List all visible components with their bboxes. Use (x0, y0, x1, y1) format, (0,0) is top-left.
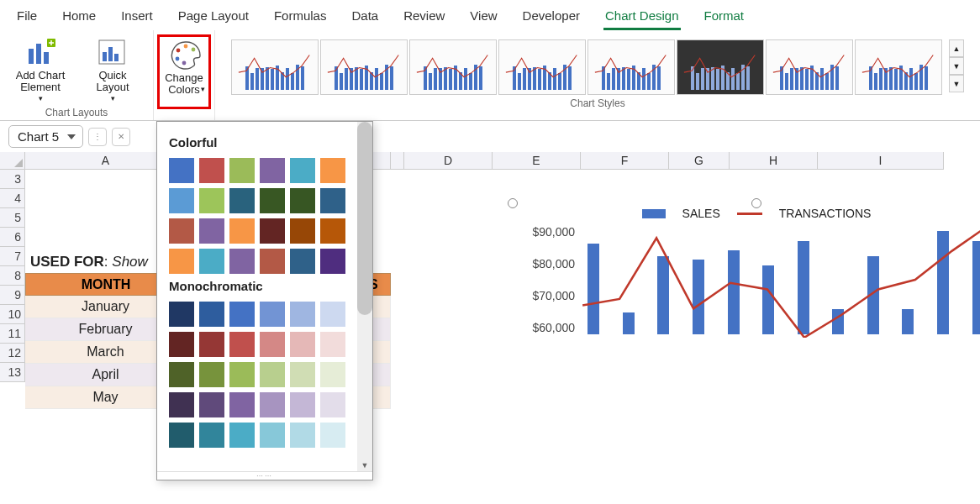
tab-page-layout[interactable]: Page Layout (177, 5, 250, 30)
chart-style-4[interactable] (498, 39, 586, 95)
color-swatch[interactable] (229, 249, 255, 274)
row-header-12[interactable]: 12 (0, 344, 25, 363)
select-all-corner[interactable] (0, 152, 25, 170)
chart-style-7[interactable] (766, 39, 853, 95)
col-header-H[interactable]: H (730, 152, 818, 170)
resize-handle-tl[interactable] (508, 198, 518, 208)
color-swatch[interactable] (290, 302, 315, 327)
color-swatch[interactable] (169, 249, 194, 274)
change-colors-button[interactable]: Change Colors ▾ (157, 34, 211, 109)
embedded-chart[interactable]: SALES TRANSACTIONS $90,000 $80,000 $70,0… (513, 203, 980, 350)
color-swatch[interactable] (229, 188, 255, 213)
row-header-10[interactable]: 10 (0, 305, 25, 324)
color-swatch[interactable] (199, 423, 224, 448)
col-header-D[interactable]: D (404, 152, 493, 170)
color-swatch[interactable] (229, 392, 255, 417)
color-swatch[interactable] (229, 362, 255, 387)
chart-style-8[interactable] (855, 39, 942, 95)
tab-file[interactable]: File (15, 5, 39, 30)
color-swatch[interactable] (290, 423, 315, 448)
col-header-F[interactable]: F (581, 152, 669, 170)
chart-style-1[interactable] (231, 39, 319, 95)
color-swatch[interactable] (169, 302, 194, 327)
color-swatch[interactable] (290, 392, 315, 417)
color-swatch[interactable] (229, 158, 255, 183)
color-swatch[interactable] (320, 362, 345, 387)
color-swatch[interactable] (290, 188, 315, 213)
color-swatch[interactable] (260, 188, 285, 213)
color-swatch[interactable] (169, 423, 194, 448)
color-swatch[interactable] (199, 188, 224, 213)
color-swatch[interactable] (199, 249, 224, 274)
color-swatch[interactable] (320, 392, 345, 417)
color-swatch[interactable] (199, 362, 224, 387)
color-swatch[interactable] (199, 332, 224, 357)
color-swatch[interactable] (169, 392, 194, 417)
tab-data[interactable]: Data (350, 5, 380, 30)
add-chart-element-button[interactable]: Add Chart Element ▾ (7, 34, 74, 104)
color-swatch[interactable] (229, 302, 255, 327)
color-swatch[interactable] (260, 158, 285, 183)
col-header-G[interactable]: G (669, 152, 730, 170)
scroll-down-icon[interactable]: ▼ (357, 461, 372, 470)
color-swatch[interactable] (320, 218, 345, 244)
row-header-13[interactable]: 13 (0, 363, 25, 382)
color-swatch[interactable] (290, 362, 315, 387)
panel-resize-grip[interactable]: ⋯⋯ (157, 471, 372, 480)
row-header-6[interactable]: 6 (0, 228, 25, 247)
col-header-E[interactable]: E (493, 152, 581, 170)
row-header-9[interactable]: 9 (0, 286, 25, 305)
chart-style-2[interactable] (320, 39, 408, 95)
color-swatch[interactable] (199, 302, 224, 327)
color-swatch[interactable] (260, 218, 285, 244)
gallery-more[interactable]: ▼ (949, 75, 964, 92)
color-swatch[interactable] (229, 332, 255, 357)
color-swatch[interactable] (320, 249, 345, 274)
color-swatch[interactable] (169, 332, 194, 357)
color-swatch[interactable] (290, 249, 315, 274)
color-swatch[interactable] (320, 423, 345, 448)
tab-format[interactable]: Format (703, 5, 746, 30)
fx-separator[interactable]: ⋮ (88, 128, 107, 146)
color-swatch[interactable] (290, 218, 315, 244)
color-swatch[interactable] (199, 392, 224, 417)
row-header-3[interactable]: 3 (0, 170, 25, 189)
color-swatch[interactable] (260, 392, 285, 417)
row-header-8[interactable]: 8 (0, 266, 25, 286)
color-swatch[interactable] (320, 158, 345, 183)
chart-style-3[interactable] (409, 39, 497, 95)
name-box[interactable]: Chart 5 (8, 125, 83, 148)
color-swatch[interactable] (169, 158, 194, 183)
scrollbar-thumb[interactable] (357, 122, 372, 315)
row-header-7[interactable]: 7 (0, 247, 25, 266)
col-header-I[interactable]: I (818, 152, 944, 170)
tab-developer[interactable]: Developer (521, 5, 582, 30)
color-swatch[interactable] (260, 332, 285, 357)
color-swatch[interactable] (320, 332, 345, 357)
color-swatch[interactable] (169, 218, 194, 244)
color-swatch[interactable] (290, 158, 315, 183)
quick-layout-button[interactable]: Quick Layout ▾ (79, 34, 146, 104)
cancel-formula-button[interactable]: ✕ (112, 128, 130, 146)
color-swatch[interactable] (199, 218, 224, 244)
row-header-11[interactable]: 11 (0, 324, 25, 344)
color-swatch[interactable] (260, 302, 285, 327)
gallery-scroll-down[interactable]: ▼ (949, 57, 964, 75)
tab-view[interactable]: View (468, 5, 498, 30)
color-swatch[interactable] (229, 423, 255, 448)
color-swatch[interactable] (169, 188, 194, 213)
chart-style-5[interactable] (587, 39, 675, 95)
color-swatch[interactable] (290, 332, 315, 357)
row-header-4[interactable]: 4 (0, 189, 25, 208)
color-swatch[interactable] (229, 218, 255, 244)
color-swatch[interactable] (169, 362, 194, 387)
tab-chart-design[interactable]: Chart Design (603, 5, 681, 30)
chart-style-6[interactable] (677, 39, 764, 95)
tab-insert[interactable]: Insert (119, 5, 155, 30)
row-header-5[interactable]: 5 (0, 208, 25, 228)
tab-review[interactable]: Review (402, 5, 446, 30)
color-panel-scrollbar[interactable]: ▼ (357, 122, 372, 471)
color-swatch[interactable] (260, 362, 285, 387)
color-swatch[interactable] (320, 302, 345, 327)
resize-handle-tm[interactable] (751, 198, 761, 208)
